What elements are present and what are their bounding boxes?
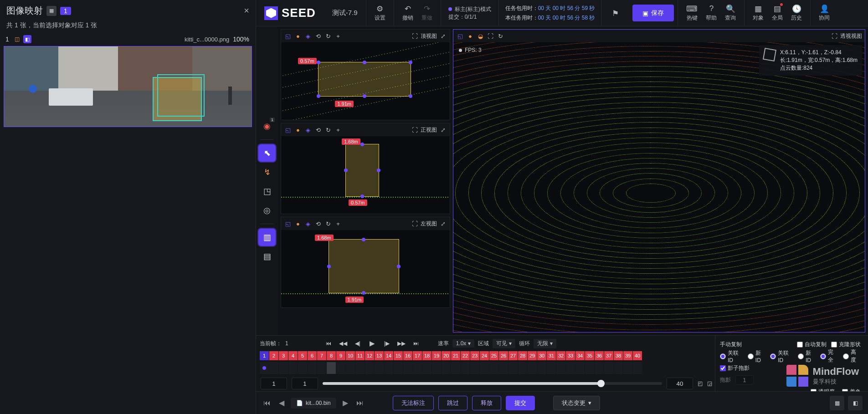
range-start-input[interactable] — [261, 378, 287, 389]
view-solid-icon[interactable]: ● — [294, 32, 302, 40]
tool-column: ◉1 ⬉ ↯ ◳ ◎ ▥ ▤ — [256, 26, 278, 335]
step-back-button[interactable]: ◀| — [352, 338, 363, 349]
top-toolbar: SEED 测试-7.9 ⚙设置 ↶撤销 ↷重做 标主(标主)模式 提交：0/1/… — [256, 0, 868, 26]
thumb-index: 1 — [4, 36, 11, 43]
panel-title: 图像映射 — [6, 5, 43, 17]
object-button[interactable]: ▦对象 — [749, 2, 767, 24]
first-frame-button[interactable]: ⏮ — [323, 338, 334, 349]
frame-track[interactable] — [256, 362, 717, 376]
auto-copy-checkbox[interactable]: 自动复制 — [797, 341, 827, 348]
full-radio[interactable]: 完全 — [820, 348, 838, 364]
timeline-panel: 当前帧： 1 ⏮ ◀◀ ◀| ▶ |▶ ▶▶ ⏭ 速率 1.0x▾ 区域 可见▾… — [256, 335, 868, 391]
link-id-radio-2[interactable]: 关联ID — [770, 349, 793, 363]
left-view-panel: ◱●◈⟲↻+ ⛶ 左视图⤢ 1.68m 1.91m — [281, 217, 450, 308]
tool-layout-1[interactable]: ▥ — [258, 229, 276, 246]
next-frame-button[interactable]: ▶▶ — [396, 338, 407, 349]
close-icon[interactable]: × — [244, 5, 249, 16]
current-file[interactable]: 📄 kit...00.bin — [291, 398, 336, 409]
thumb-filename: kitti_c...0000.png — [185, 36, 229, 43]
submit-button[interactable]: 提交 — [506, 396, 535, 410]
front-view-canvas[interactable]: 1.68m 0.57m — [281, 136, 450, 214]
redo-button[interactable]: ↷重做 — [418, 2, 436, 24]
drag-count-input[interactable] — [735, 375, 754, 384]
crop-in-icon[interactable]: ◰ — [698, 380, 703, 387]
panel-count-badge: 1 — [60, 7, 71, 15]
tool-sphere[interactable]: ◎ — [258, 202, 276, 219]
step-fwd-button[interactable]: |▶ — [381, 338, 392, 349]
view-reset-icon[interactable]: ⟲ — [314, 32, 322, 40]
mode-indicator: 标主(标主)模式 提交：0/1/1 — [441, 0, 498, 26]
tool-cube-red[interactable]: ◉1 — [258, 118, 276, 135]
top-view-panel: ◱ ● ◈ ⟲ ↻ + ⛶ 顶视图 ⤢ — [281, 29, 450, 120]
expand-icon[interactable]: ⤢ — [439, 32, 447, 40]
skip-button[interactable]: 跳过 — [438, 396, 467, 410]
collab-button[interactable]: 👤协同 — [815, 2, 833, 24]
frame-ruler[interactable]: 1234567891011121314151617181920212223242… — [256, 351, 717, 362]
shadow-drag-checkbox[interactable]: 影子拖影 — [720, 364, 750, 372]
perspective-view-panel: ◱●◒⛶↻ ⛶ 透视视图 FPS: 3 X:6.11，Y:-1.61，Z:-0.… — [453, 29, 865, 332]
loop-select[interactable]: 无限▾ — [534, 339, 556, 348]
undo-button[interactable]: ↶撤销 — [399, 2, 417, 24]
release-button[interactable]: 释放 — [472, 396, 501, 410]
new-id-radio-2[interactable]: 新ID — [798, 349, 816, 363]
help-button[interactable]: ?帮助 — [702, 2, 720, 24]
view-refresh-icon[interactable]: ↻ — [324, 32, 332, 40]
image-mapping-panel: 图像映射 ▦ 1 × 共 1 张，当前选择对象对应 1 张 1 ◫ ◧ kitt… — [0, 0, 256, 414]
perspective-canvas[interactable]: FPS: 3 X:6.11，Y:-1.61，Z:-0.84 长:1.91m，宽:… — [453, 42, 865, 332]
new-id-radio-1[interactable]: 新ID — [748, 349, 765, 363]
range-slider[interactable] — [323, 382, 662, 385]
range-end-input[interactable] — [667, 378, 693, 389]
top-view-canvas[interactable]: 0.57m 1.91m — [281, 42, 450, 120]
front-view-panel: ◱●◈⟲↻+ ⛶ 正视图⤢ 1.68m 0.57m — [281, 123, 450, 214]
bottom-bar: ⏮ ◀ 📄 kit...00.bin ▶ ⏭ 无法标注 跳过 释放 提交 状态变… — [256, 391, 868, 414]
save-button[interactable]: ▣保存 — [632, 5, 674, 21]
crop-icon[interactable]: ◫ — [15, 36, 20, 42]
global-button[interactable]: ▤全局 — [768, 2, 786, 24]
query-button[interactable]: 🔍查询 — [721, 2, 740, 24]
cube-icon[interactable]: ◧ — [23, 35, 31, 43]
cube-icon — [763, 48, 776, 61]
hotkey-button[interactable]: ⌨热键 — [683, 2, 701, 24]
next-button[interactable]: ▶ — [341, 397, 350, 409]
time-panel: 任务包用时：00 天 00 时 56 分 59 秒 本任务用时：00 天 00 … — [498, 0, 601, 26]
left-view-canvas[interactable]: 1.68m 1.91m — [281, 230, 450, 307]
palette-icon[interactable]: ◧ — [848, 396, 863, 410]
status-change-button[interactable]: 状态变更▾ — [553, 396, 600, 410]
project-name: 测试-7.9 — [324, 0, 366, 26]
tool-box[interactable]: ◳ — [258, 183, 276, 200]
thumb-zoom: 100% — [233, 36, 252, 43]
prev-button[interactable]: ◀ — [277, 397, 286, 409]
last-frame-button[interactable]: ⏭ — [411, 338, 421, 349]
range-cursor-input[interactable] — [292, 378, 318, 389]
crop-out-icon[interactable]: ◲ — [707, 380, 712, 387]
settings-button[interactable]: ⚙设置 — [371, 2, 389, 24]
cannot-annotate-button[interactable]: 无法标注 — [393, 396, 434, 410]
tool-select[interactable]: ⬉ — [258, 144, 276, 162]
next-file-button[interactable]: ⏭ — [354, 397, 365, 409]
rate-select[interactable]: 1.0x▾ — [452, 339, 475, 348]
tool-layout-2[interactable]: ▤ — [258, 248, 276, 265]
tool-axis[interactable]: ↯ — [258, 164, 276, 181]
play-button[interactable]: ▶ — [367, 338, 378, 349]
prev-frame-button[interactable]: ◀◀ — [338, 338, 349, 349]
region-select[interactable]: 可见▾ — [493, 339, 515, 348]
app-logo: SEED — [256, 0, 324, 26]
clone-shape-checkbox[interactable]: 克隆形状 — [831, 341, 861, 348]
history-button[interactable]: 🕓历史 — [787, 2, 806, 24]
link-id-radio-1[interactable]: 关联ID — [720, 349, 743, 363]
flag-button[interactable]: ⚑ — [606, 7, 624, 20]
view-add-icon[interactable]: + — [334, 32, 342, 40]
thumbnail-image[interactable] — [4, 46, 252, 127]
view-cube-icon[interactable]: ◱ — [284, 32, 292, 40]
view-wireframe-icon[interactable]: ◈ — [304, 32, 312, 40]
fullscreen-icon[interactable]: ⛶ — [411, 32, 419, 40]
prev-file-button[interactable]: ⏮ — [262, 397, 272, 409]
brand-watermark: MindFlow曼孚科技 — [786, 365, 859, 387]
panel-icon[interactable]: ▦ — [46, 6, 56, 16]
height-radio[interactable]: 高度 — [843, 348, 861, 364]
grid-toggle-icon[interactable]: ▦ — [830, 396, 844, 410]
selection-info: X:6.11，Y:-1.61，Z:-0.84 长:1.91m，宽:0.57m，高… — [759, 45, 862, 76]
panel-subtitle: 共 1 张，当前选择对象对应 1 张 — [0, 21, 256, 35]
